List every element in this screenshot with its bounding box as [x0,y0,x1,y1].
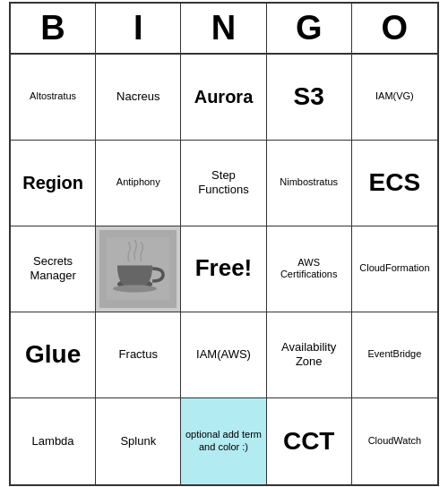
bingo-cell[interactable]: Nacreus [96,55,181,141]
header-letter: I [96,4,181,53]
cell-text: IAM(AWS) [196,347,251,362]
bingo-cell[interactable]: Antiphony [96,141,181,226]
cell-text: Free! [195,254,253,282]
bingo-cell[interactable]: AWS Certifications [267,226,352,312]
bingo-cell[interactable]: Fractus [96,312,181,398]
cell-text: Nimbostratus [280,176,338,188]
cell-text: Antiphony [116,176,160,188]
bingo-cell[interactable] [96,226,181,312]
bingo-cell[interactable]: ECS [352,141,437,226]
svg-point-2 [113,285,157,292]
cell-text: optional add term and color :) [185,429,262,452]
bingo-cell[interactable]: CCT [267,398,352,484]
bingo-cell[interactable]: Free! [181,226,266,312]
bingo-cell[interactable]: Aurora [181,55,266,141]
coffee-icon [99,230,177,308]
cell-text: S3 [294,81,324,112]
cell-text: Lambda [32,434,74,449]
header-letter: N [181,4,266,53]
cell-text: Aurora [194,86,254,107]
header-letter: O [352,4,437,53]
bingo-cell[interactable]: IAM(VG) [352,55,437,141]
bingo-cell[interactable]: Altostratus [11,55,96,141]
bingo-cell[interactable]: EventBridge [352,312,437,398]
cell-text: Step Functions [185,168,262,196]
bingo-grid: AltostratusNacreusAuroraS3IAM(VG)RegionA… [11,55,437,484]
bingo-cell[interactable]: S3 [267,55,352,141]
cell-text: Nacreus [116,90,159,104]
bingo-cell[interactable]: CloudWatch [352,398,437,484]
bingo-cell[interactable]: Nimbostratus [267,141,352,226]
bingo-cell[interactable]: Lambda [11,398,96,484]
bingo-cell[interactable]: Availability Zone [267,312,352,398]
header-letter: B [11,4,96,53]
bingo-cell[interactable]: CloudFormation [352,226,437,312]
cell-text: AWS Certifications [271,257,348,280]
cell-text: Availability Zone [271,340,348,368]
cell-text: CloudFormation [359,262,429,274]
cell-text: CCT [283,426,335,457]
cell-text: EventBridge [367,348,421,360]
header-letter: G [267,4,352,53]
bingo-cell[interactable]: Glue [11,312,96,398]
cell-text: Altostratus [30,90,76,102]
bingo-cell[interactable]: Secrets Manager [11,226,96,312]
cell-text: IAM(VG) [375,90,414,102]
bingo-card: BINGO AltostratusNacreusAuroraS3IAM(VG)R… [9,2,439,486]
cell-text: Secrets Manager [14,254,91,282]
cell-text: Glue [25,339,81,370]
cell-text: Region [22,172,83,193]
cell-text: CloudWatch [368,435,422,447]
bingo-cell[interactable]: Splunk [96,398,181,484]
bingo-header: BINGO [11,4,437,55]
cell-text: Fractus [119,347,158,362]
cell-text: ECS [369,167,421,198]
cell-text: Splunk [120,434,156,449]
bingo-cell[interactable]: optional add term and color :) [181,398,266,484]
bingo-cell[interactable]: Region [11,141,96,226]
bingo-cell[interactable]: IAM(AWS) [181,312,266,398]
bingo-cell[interactable]: Step Functions [181,141,266,226]
